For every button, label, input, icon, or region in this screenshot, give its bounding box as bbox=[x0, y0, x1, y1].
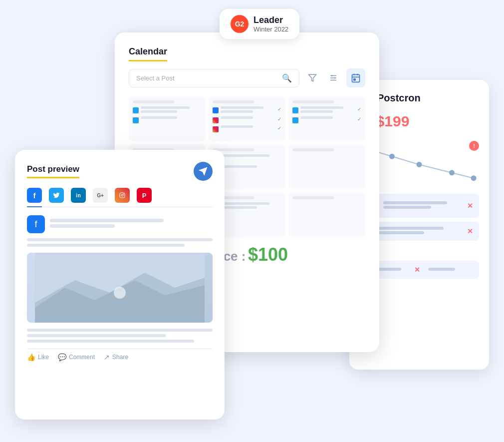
close-icon-3[interactable]: ✕ bbox=[414, 266, 420, 274]
close-icon-2[interactable]: ✕ bbox=[467, 227, 473, 235]
svg-point-11 bbox=[389, 154, 395, 159]
postcron-name: Postcron bbox=[377, 92, 421, 104]
fb-text-lines bbox=[27, 238, 213, 247]
search-box[interactable]: Select a Post 🔍 bbox=[129, 69, 299, 87]
fb-bottom-lines bbox=[27, 329, 213, 343]
search-placeholder: Select a Post bbox=[136, 74, 175, 82]
g2-leader: Leader bbox=[253, 15, 288, 25]
fb-like-action: 👍 Like bbox=[27, 353, 49, 361]
price-value: $100 bbox=[248, 244, 288, 265]
list-lines-2 bbox=[365, 227, 463, 236]
cal-cell-9 bbox=[288, 192, 365, 237]
comment-label: Comment bbox=[69, 354, 95, 361]
calendar-title: Calendar bbox=[129, 46, 167, 61]
svg-point-25 bbox=[114, 287, 126, 299]
svg-point-21 bbox=[123, 194, 124, 194]
social-tabs: f in G+ P bbox=[27, 188, 213, 207]
postcron-price-value: $199 bbox=[376, 113, 410, 130]
cal-cell-6 bbox=[288, 144, 365, 189]
fb-name-lines bbox=[50, 219, 213, 230]
fb-post-header: f bbox=[27, 215, 213, 233]
svg-rect-10 bbox=[354, 79, 355, 80]
filter-icon[interactable] bbox=[304, 70, 320, 86]
g2-badge: G2 Leader Winter 2022 bbox=[220, 9, 299, 39]
g2-text: Leader Winter 2022 bbox=[253, 15, 288, 33]
close-icon-1[interactable]: ✕ bbox=[467, 202, 473, 210]
preview-card: Post preview f in G+ P f bbox=[15, 150, 225, 420]
fb-avatar: f bbox=[27, 215, 45, 233]
svg-point-12 bbox=[417, 162, 422, 167]
tab-linkedin[interactable]: in bbox=[71, 188, 86, 203]
g2-winter: Winter 2022 bbox=[253, 25, 288, 33]
svg-point-20 bbox=[121, 194, 123, 196]
alert-icon: ! bbox=[469, 141, 479, 151]
search-icon: 🔍 bbox=[282, 73, 292, 83]
svg-rect-6 bbox=[352, 74, 360, 82]
g2-logo: G2 bbox=[231, 15, 249, 33]
svg-point-13 bbox=[449, 170, 455, 175]
list-lines-3b bbox=[428, 268, 473, 272]
share-label: Share bbox=[112, 354, 128, 361]
comment-icon: 💬 bbox=[58, 353, 66, 361]
calendar-toolbar: Select a Post 🔍 bbox=[129, 68, 365, 87]
calendar-icon-btn[interactable] bbox=[346, 68, 365, 87]
cal-cell-3: ✓ ✓ bbox=[288, 96, 365, 141]
tab-twitter[interactable] bbox=[49, 188, 64, 203]
cal-cell-1 bbox=[129, 96, 206, 141]
settings-icon[interactable] bbox=[325, 70, 341, 86]
preview-title: Post preview bbox=[27, 164, 79, 178]
cal-cell-2: ✓ ✓ ✓ bbox=[209, 96, 285, 141]
like-label: Like bbox=[38, 354, 49, 361]
like-icon: 👍 bbox=[27, 353, 35, 361]
fb-comment-action: 💬 Comment bbox=[58, 353, 95, 361]
fb-actions: 👍 Like 💬 Comment ↗ Share bbox=[27, 349, 213, 361]
fb-share-action: ↗ Share bbox=[104, 353, 128, 361]
tab-pinterest[interactable]: P bbox=[137, 188, 152, 203]
list-lines-1 bbox=[383, 201, 463, 210]
tab-google[interactable]: G+ bbox=[93, 188, 108, 203]
svg-point-14 bbox=[471, 175, 477, 181]
svg-marker-0 bbox=[309, 74, 316, 81]
svg-rect-19 bbox=[120, 193, 125, 198]
fb-post-image bbox=[27, 253, 213, 323]
send-button[interactable] bbox=[194, 162, 213, 181]
tab-instagram[interactable] bbox=[115, 188, 130, 203]
preview-header: Post preview bbox=[27, 162, 213, 181]
share-icon: ↗ bbox=[104, 353, 110, 361]
calendar-header: Calendar Select a Post 🔍 bbox=[129, 46, 365, 87]
tab-facebook[interactable]: f bbox=[27, 188, 42, 203]
